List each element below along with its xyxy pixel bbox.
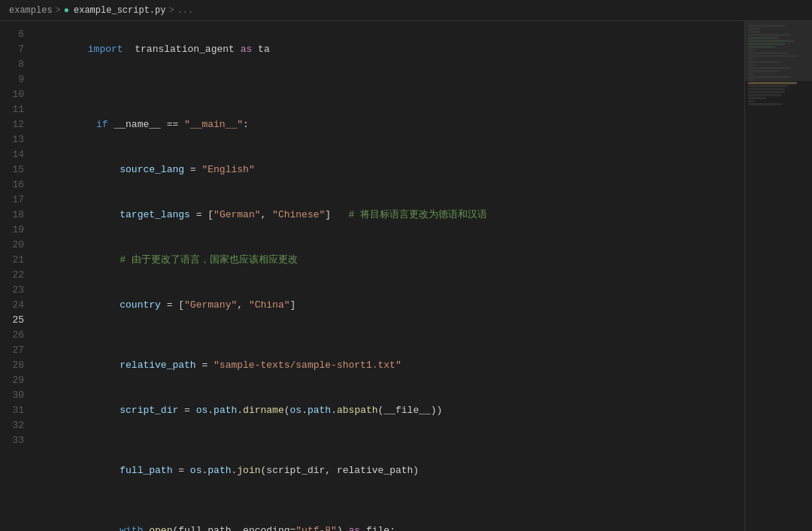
minimap xyxy=(744,21,812,531)
breadcrumb-folder[interactable]: examples xyxy=(9,5,53,16)
ln-17: 17 xyxy=(0,193,32,208)
breadcrumb-file-icon: ● xyxy=(64,5,69,16)
breadcrumb-ellipsis: ... xyxy=(177,5,194,16)
ln-23: 23 xyxy=(0,283,32,298)
code-line-7 xyxy=(38,72,744,87)
code-line-12: # 由于更改了语言，国家也应该相应更改 xyxy=(38,238,744,283)
code-line-20: with open(full_path, encoding="utf-8") a… xyxy=(38,508,744,531)
code-line-15: relative_path = "sample-texts/sample-sho… xyxy=(38,343,744,388)
code-line-14 xyxy=(38,328,744,343)
code-line-13: country = ["Germany", "China"] xyxy=(38,283,744,328)
breadcrumb-sep1: > xyxy=(56,5,61,16)
ln-32: 32 xyxy=(0,418,32,433)
ln-27: 27 xyxy=(0,343,32,358)
ln-8: 8 xyxy=(0,57,32,72)
code-area[interactable]: import translation_agent as ta if __name… xyxy=(32,21,744,531)
ln-16: 16 xyxy=(0,178,32,193)
line-numbers: 6 7 8 9 10 11 12 13 14 15 16 17 18 19 20… xyxy=(0,21,32,531)
ln-25: 25 xyxy=(0,313,32,328)
code-line-11: target_langs = ["German", "Chinese"] # 将… xyxy=(38,193,744,238)
ln-26: 26 xyxy=(0,328,32,343)
code-line-10: source_lang = "English" xyxy=(38,147,744,193)
ln-30: 30 xyxy=(0,388,32,403)
ln-21: 21 xyxy=(0,253,32,268)
code-line-6: import translation_agent as ta xyxy=(38,27,744,72)
ln-19: 19 xyxy=(0,223,32,238)
ln-18: 18 xyxy=(0,208,32,223)
ln-14: 14 xyxy=(0,147,32,162)
code-line-8 xyxy=(38,87,744,102)
editor: 6 7 8 9 10 11 12 13 14 15 16 17 18 19 20… xyxy=(0,21,812,531)
ln-22: 22 xyxy=(0,268,32,283)
breadcrumb-sep2: > xyxy=(168,5,174,16)
ln-15: 15 xyxy=(0,162,32,178)
ln-29: 29 xyxy=(0,373,32,388)
ln-33: 33 xyxy=(0,433,32,448)
ln-9: 9 xyxy=(0,72,32,87)
code-line-17 xyxy=(38,433,744,448)
ln-7: 7 xyxy=(0,42,32,57)
code-line-16: script_dir = os.path.dirname(os.path.abs… xyxy=(38,388,744,433)
ln-31: 31 xyxy=(0,403,32,418)
breadcrumb-file[interactable]: example_script.py xyxy=(74,5,165,16)
code-line-19 xyxy=(38,493,744,508)
ln-13: 13 xyxy=(0,132,32,147)
ln-11: 11 xyxy=(0,102,32,117)
code-line-18: full_path = os.path.join(script_dir, rel… xyxy=(38,448,744,493)
breadcrumb: examples > ● example_script.py > ... xyxy=(0,0,812,21)
ln-10: 10 xyxy=(0,87,32,102)
ln-28: 28 xyxy=(0,358,32,373)
code-line-9: if __name__ == "__main__": xyxy=(38,102,744,147)
ln-24: 24 xyxy=(0,298,32,313)
ln-12: 12 xyxy=(0,117,32,132)
ln-6: 6 xyxy=(0,27,32,42)
ln-20: 20 xyxy=(0,238,32,253)
